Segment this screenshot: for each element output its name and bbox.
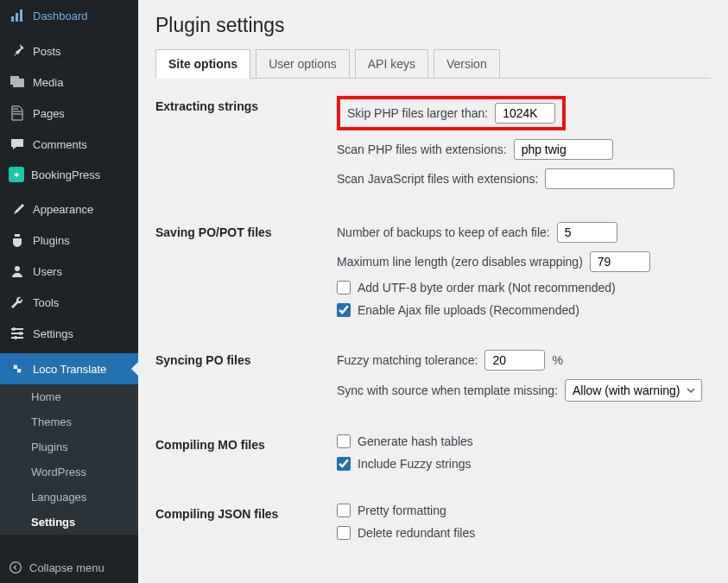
- highlighted-setting: Skip PHP files larger than:: [337, 96, 566, 130]
- tabs: Site options User options API keys Versi…: [155, 49, 711, 79]
- tab-version[interactable]: Version: [434, 49, 500, 78]
- section-syncing-po: Syncing PO files Fuzzy matching toleranc…: [155, 350, 711, 410]
- hash-tables-label: Generate hash tables: [358, 434, 473, 448]
- fuzzy-strings-label: Include Fuzzy strings: [358, 457, 472, 471]
- line-length-label: Maximum line length (zero disables wrapp…: [337, 255, 583, 269]
- submenu-wordpress[interactable]: WordPress: [0, 459, 138, 485]
- section-extracting-strings: Extracting strings Skip PHP files larger…: [155, 96, 711, 198]
- sidebar-label: Dashboard: [33, 10, 88, 22]
- backups-input[interactable]: [557, 222, 617, 243]
- tab-user-options[interactable]: User options: [256, 49, 350, 78]
- wrench-icon: [9, 294, 26, 311]
- sidebar-label: Appearance: [33, 203, 93, 216]
- svg-point-2: [19, 332, 22, 335]
- hash-tables-checkbox[interactable]: [337, 434, 351, 448]
- sidebar-item-media[interactable]: Media: [0, 67, 138, 98]
- loco-translate-icon: A: [9, 360, 26, 377]
- bookingpress-icon: ✦: [9, 167, 24, 182]
- sidebar-item-appearance[interactable]: Appearance: [0, 193, 138, 225]
- pretty-format-label: Pretty formatting: [358, 504, 446, 517]
- sidebar-item-bookingpress[interactable]: ✦ BookingPress: [0, 160, 138, 189]
- collapse-menu-button[interactable]: Collapse menu: [0, 552, 138, 583]
- sidebar-item-posts[interactable]: Posts: [0, 35, 138, 67]
- submenu-settings[interactable]: Settings: [0, 510, 138, 535]
- main-content: Plugin settings Site options User option…: [138, 0, 728, 583]
- plug-icon: [9, 231, 26, 249]
- skip-php-input[interactable]: [495, 103, 555, 124]
- tab-api-keys[interactable]: API keys: [355, 49, 428, 78]
- svg-point-3: [14, 336, 17, 339]
- svg-point-1: [12, 327, 16, 331]
- section-heading: Compiling JSON files: [155, 504, 337, 548]
- sliders-icon: [9, 325, 26, 342]
- ajax-uploads-label: Enable Ajax file uploads (Recommended): [358, 303, 579, 317]
- sidebar-label: Pages: [33, 107, 65, 120]
- sidebar-label: Loco Translate: [33, 363, 106, 376]
- scan-js-input[interactable]: [545, 168, 674, 189]
- backups-label: Number of backups to keep of each file:: [337, 225, 550, 239]
- sidebar-label: Media: [33, 76, 63, 89]
- sync-select[interactable]: Allow (with warning): [565, 379, 702, 402]
- section-saving-po-pot: Saving PO/POT files Number of backups to…: [155, 222, 711, 326]
- svg-point-0: [15, 266, 20, 271]
- sidebar-item-tools[interactable]: Tools: [0, 287, 138, 318]
- user-icon: [9, 263, 26, 280]
- bom-label: Add UTF-8 byte order mark (Not recommend…: [358, 281, 616, 295]
- sync-label: Sync with source when template missing:: [337, 383, 558, 397]
- sidebar-item-settings[interactable]: Settings: [0, 318, 138, 349]
- sidebar-label: Users: [33, 265, 62, 278]
- dashboard-icon: [9, 7, 26, 24]
- sidebar-item-comments[interactable]: Comments: [0, 129, 138, 160]
- loco-submenu: Home Themes Plugins WordPress Languages …: [0, 384, 138, 535]
- fuzzy-input[interactable]: [484, 350, 545, 371]
- section-compiling-json: Compiling JSON files Pretty formatting D…: [155, 504, 711, 548]
- submenu-themes[interactable]: Themes: [0, 409, 138, 434]
- sidebar-label: Comments: [33, 138, 87, 151]
- pages-icon: [9, 105, 26, 122]
- ajax-uploads-checkbox[interactable]: [337, 303, 351, 317]
- brush-icon: [9, 200, 26, 218]
- media-icon: [9, 73, 26, 91]
- sidebar-item-loco-translate[interactable]: A Loco Translate: [0, 353, 138, 384]
- sidebar-item-users[interactable]: Users: [0, 256, 138, 287]
- svg-point-5: [10, 562, 22, 573]
- section-heading: Saving PO/POT files: [155, 222, 337, 326]
- sidebar-label: Tools: [33, 296, 59, 309]
- collapse-label: Collapse menu: [29, 561, 104, 574]
- delete-redundant-checkbox[interactable]: [337, 526, 351, 540]
- skip-php-label: Skip PHP files larger than:: [347, 106, 488, 120]
- tab-site-options[interactable]: Site options: [155, 49, 250, 78]
- collapse-icon: [9, 561, 22, 574]
- admin-sidebar: Dashboard Posts Media Pages Comments ✦ B…: [0, 0, 138, 583]
- submenu-languages[interactable]: Languages: [0, 485, 138, 510]
- scan-js-label: Scan JavaScript files with extensions:: [337, 172, 538, 186]
- fuzzy-suffix: %: [552, 353, 562, 367]
- fuzzy-strings-checkbox[interactable]: [337, 457, 351, 471]
- section-compiling-mo: Compiling MO files Generate hash tables …: [155, 434, 711, 479]
- svg-text:A: A: [15, 364, 17, 369]
- pin-icon: [9, 42, 26, 60]
- section-heading: Extracting strings: [155, 96, 337, 198]
- page-title: Plugin settings: [155, 14, 711, 37]
- fuzzy-label: Fuzzy matching tolerance:: [337, 353, 478, 367]
- comment-icon: [9, 136, 26, 153]
- sidebar-label: BookingPress: [31, 168, 100, 181]
- submenu-home[interactable]: Home: [0, 384, 138, 409]
- section-heading: Compiling MO files: [155, 434, 337, 479]
- pretty-format-checkbox[interactable]: [337, 504, 351, 517]
- scan-php-label: Scan PHP files with extensions:: [337, 143, 507, 156]
- bom-checkbox[interactable]: [337, 281, 351, 295]
- delete-redundant-label: Delete redundant files: [358, 526, 475, 540]
- sidebar-item-pages[interactable]: Pages: [0, 98, 138, 129]
- submenu-plugins[interactable]: Plugins: [0, 434, 138, 459]
- section-heading: Syncing PO files: [155, 350, 337, 410]
- scan-php-input[interactable]: [514, 139, 613, 160]
- sidebar-label: Settings: [33, 327, 73, 340]
- sidebar-label: Posts: [33, 45, 61, 58]
- sidebar-item-plugins[interactable]: Plugins: [0, 225, 138, 256]
- sidebar-label: Plugins: [33, 234, 70, 247]
- line-length-input[interactable]: [590, 251, 650, 272]
- sidebar-item-dashboard[interactable]: Dashboard: [0, 0, 138, 31]
